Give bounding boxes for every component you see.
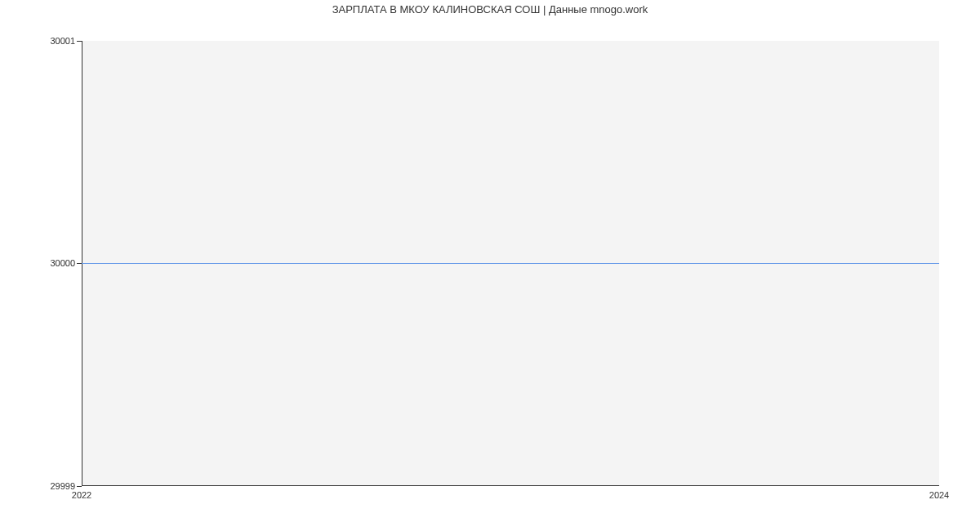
y-tick-mark [77, 41, 82, 42]
y-tick-label: 30001 [50, 36, 75, 46]
x-tick-label: 2022 [72, 490, 91, 500]
y-tick-mark [77, 486, 82, 487]
chart-title: ЗАРПЛАТА В МКОУ КАЛИНОВСКАЯ СОШ | Данные… [0, 3, 980, 16]
y-tick-label: 30000 [50, 258, 75, 268]
data-series-line [82, 263, 939, 264]
x-tick-label: 2024 [929, 490, 949, 500]
chart-container: ЗАРПЛАТА В МКОУ КАЛИНОВСКАЯ СОШ | Данные… [0, 0, 980, 531]
